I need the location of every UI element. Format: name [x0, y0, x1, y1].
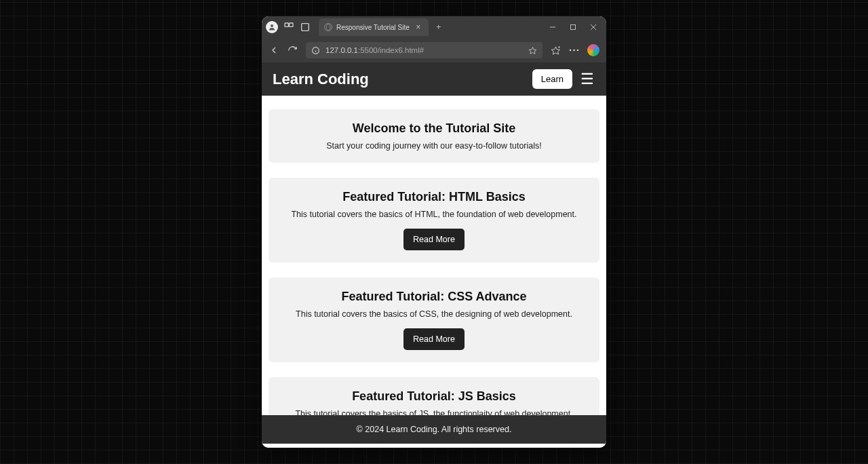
read-more-button[interactable]: Read More	[403, 229, 465, 250]
read-more-button[interactable]: Read More	[403, 328, 465, 350]
svg-rect-5	[571, 25, 576, 30]
tutorial-title: Featured Tutorial: CSS Advance	[277, 290, 591, 304]
tutorial-desc: This tutorial covers the basics of CSS, …	[277, 309, 591, 319]
tutorial-card: Featured Tutorial: JS Basics This tutori…	[269, 377, 599, 415]
page-bottom-gap	[262, 444, 606, 448]
profile-icon[interactable]	[266, 21, 278, 33]
workspaces-icon[interactable]	[283, 22, 294, 33]
svg-point-16	[573, 50, 575, 52]
brand-title: Learn Coding	[273, 71, 526, 88]
new-tab-button[interactable]: +	[434, 23, 443, 31]
menu-icon[interactable]	[569, 49, 579, 52]
page-viewport: Learn Coding Learn ☰ Welcome to the Tuto…	[262, 62, 606, 448]
site-footer: © 2024 Learn Coding. All rights reserved…	[262, 415, 606, 444]
tutorial-card: Featured Tutorial: CSS Advance This tuto…	[269, 277, 599, 362]
svg-rect-3	[302, 24, 309, 31]
tutorial-desc: This tutorial covers the basics of JS, t…	[277, 409, 591, 415]
title-bar-left	[266, 21, 311, 33]
refresh-icon[interactable]	[288, 45, 298, 56]
tab-actions-icon[interactable]	[300, 22, 311, 33]
learn-button[interactable]: Learn	[532, 69, 572, 89]
svg-point-0	[271, 24, 273, 27]
favorites-icon[interactable]	[551, 45, 561, 56]
site-info-icon[interactable]	[311, 46, 320, 55]
browser-window: Responsive Tutorial Site × +	[262, 16, 606, 448]
footer-text: © 2024 Learn Coding. All rights reserved…	[357, 425, 512, 434]
browser-tab[interactable]: Responsive Tutorial Site ×	[319, 18, 429, 36]
tutorial-desc: This tutorial covers the basics of HTML,…	[277, 210, 591, 219]
svg-point-15	[570, 50, 572, 52]
nav-right	[551, 44, 599, 56]
back-icon[interactable]	[269, 45, 279, 56]
svg-marker-12	[551, 46, 560, 54]
tab-title: Responsive Tutorial Site	[336, 24, 410, 31]
svg-rect-2	[290, 23, 293, 26]
address-bar[interactable]: 127.0.0.1:5500/index6.html#	[306, 42, 542, 58]
title-bar: Responsive Tutorial Site × +	[262, 16, 606, 38]
tutorial-title: Featured Tutorial: HTML Basics	[277, 190, 591, 204]
globe-icon	[324, 23, 332, 31]
svg-marker-11	[529, 47, 536, 54]
hero-subtitle: Start your coding journey with our easy-…	[277, 141, 591, 151]
copilot-icon[interactable]	[587, 44, 599, 56]
svg-rect-1	[285, 23, 288, 26]
svg-point-17	[577, 50, 579, 52]
tab-close-icon[interactable]: ×	[414, 23, 423, 31]
site-header: Learn Coding Learn ☰	[262, 62, 606, 96]
hamburger-icon[interactable]: ☰	[579, 71, 595, 88]
close-icon[interactable]	[589, 22, 598, 32]
tutorial-title: Featured Tutorial: JS Basics	[277, 389, 591, 404]
hero-title: Welcome to the Tutorial Site	[277, 121, 591, 136]
window-controls	[548, 22, 602, 32]
star-icon[interactable]	[528, 46, 537, 55]
url-text: 127.0.0.1:5500/index6.html#	[326, 46, 523, 54]
maximize-icon[interactable]	[568, 22, 578, 32]
minimize-icon[interactable]	[548, 22, 557, 32]
hero-card: Welcome to the Tutorial Site Start your …	[269, 109, 599, 163]
page-body: Welcome to the Tutorial Site Start your …	[262, 96, 606, 415]
nav-bar: 127.0.0.1:5500/index6.html#	[262, 38, 606, 62]
tutorial-card: Featured Tutorial: HTML Basics This tuto…	[269, 178, 599, 263]
